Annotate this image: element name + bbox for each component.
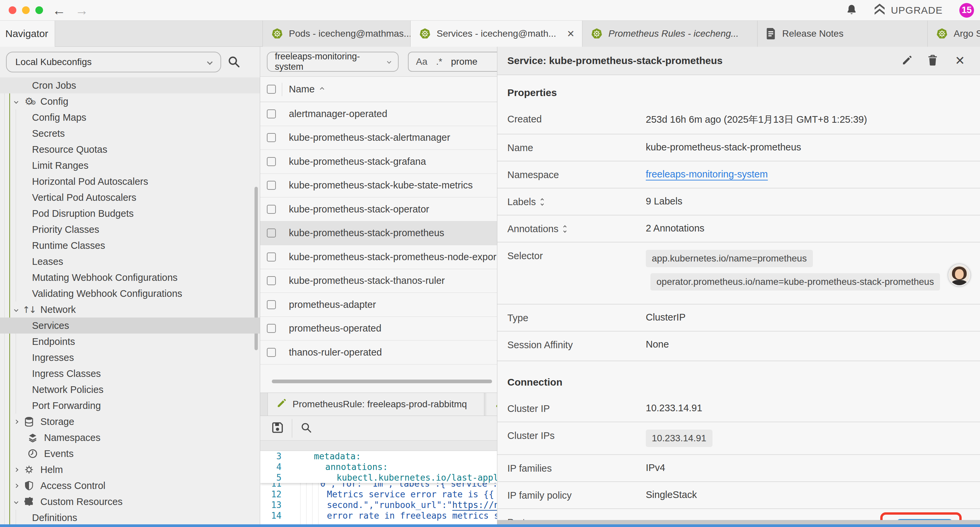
edit-button[interactable] — [902, 55, 912, 67]
sidebar-item-pod-disruption-budgets[interactable]: Pod Disruption Budgets — [0, 205, 260, 221]
table-row[interactable]: kube-prometheus-stack-operator — [260, 197, 497, 221]
delete-button[interactable] — [928, 55, 938, 67]
avatar[interactable] — [948, 264, 970, 286]
tab-release-notes[interactable]: Release Notes — [757, 21, 928, 47]
sidebar-item-ingresses[interactable]: Ingresses — [0, 350, 260, 366]
panel-horizontal-scrollbar[interactable] — [497, 520, 980, 524]
table-row[interactable]: kube-prometheus-stack-grafana — [260, 150, 497, 174]
sidebar-item-network[interactable]: ↑↓Network — [0, 301, 260, 318]
editor-tab-prometheusrule[interactable]: PrometheusRule: freeleaps-prod-rabbitmq — [267, 393, 484, 416]
expand-collapse-icon[interactable] — [541, 199, 543, 205]
detail-row-namespace: Namespacefreeleaps-monitoring-system — [497, 161, 980, 188]
sidebar-item-events[interactable]: Events — [0, 446, 260, 462]
tab-services-icecheng-math[interactable]: Services - icecheng@math...✕ — [410, 21, 582, 47]
row-checkbox[interactable] — [267, 110, 276, 118]
table-row[interactable]: kube-prometheus-stack-alertmanager — [260, 126, 497, 150]
yaml-editor[interactable]: 3metadata:4annotations:5kubectl.kubernet… — [260, 451, 497, 527]
sidebar-item-config[interactable]: ⚙⚙Config — [0, 93, 260, 110]
detail-value-link[interactable]: freeleaps-monitoring-system — [646, 169, 768, 180]
connection-section-heading: Connection — [497, 361, 980, 395]
sidebar-item-label: Vertical Pod Autoscalers — [32, 192, 137, 203]
row-checkbox[interactable] — [267, 133, 276, 142]
window-minimize-button[interactable] — [22, 6, 30, 14]
sidebar-item-cron-jobs[interactable]: Cron Jobs — [0, 77, 260, 93]
sidebar-item-config-maps[interactable]: Config Maps — [0, 110, 260, 126]
sidebar-item-helm[interactable]: Helm — [0, 462, 260, 478]
resource-search-input[interactable]: Aa .* prome — [408, 52, 497, 72]
row-checkbox[interactable] — [267, 181, 276, 190]
namespace-selector-value: freeleaps-monitoring-system — [275, 51, 388, 72]
namespace-selector[interactable]: freeleaps-monitoring-system — [267, 52, 399, 72]
detail-label-text: IP families — [508, 463, 552, 474]
editor-tab-partial[interactable] — [486, 393, 497, 416]
sidebar-item-endpoints[interactable]: Endpoints — [0, 334, 260, 350]
sidebar-item-runtime-classes[interactable]: Runtime Classes — [0, 237, 260, 253]
tab-prometheus-rules-icecheng[interactable]: Prometheus Rules - icecheng... — [582, 21, 757, 47]
sidebar-item-storage[interactable]: Storage — [0, 414, 260, 430]
notification-badge[interactable]: 15 — [959, 3, 974, 18]
row-checkbox[interactable] — [267, 253, 276, 261]
kubeconfig-selector[interactable]: Local Kubeconfigs — [6, 52, 221, 72]
editor-sticky-line: 3metadata: — [260, 451, 497, 462]
table-header: Name — [260, 77, 497, 102]
sidebar-item-custom-resources[interactable]: Custom Resources — [0, 494, 260, 509]
url-link[interactable]: https://net — [452, 500, 497, 511]
row-checkbox[interactable] — [267, 276, 276, 285]
back-button[interactable]: ← — [52, 4, 66, 17]
match-case-toggle[interactable]: Aa — [416, 56, 427, 67]
sidebar-item-services[interactable]: Services — [0, 318, 260, 334]
sort-ascending-icon[interactable] — [320, 87, 324, 91]
table-row[interactable]: thanos-ruler-operated — [260, 341, 497, 365]
detail-panel-title: Service: kube-prometheus-stack-prometheu… — [508, 55, 722, 66]
close-tab-icon[interactable]: ✕ — [562, 29, 574, 39]
regex-toggle[interactable]: .* — [436, 56, 442, 67]
sidebar-item-network-policies[interactable]: Network Policies — [0, 382, 260, 398]
row-checkbox[interactable] — [267, 228, 276, 237]
table-row[interactable]: prometheus-operated — [260, 317, 497, 341]
sidebar-item-access-control[interactable]: Access Control — [0, 478, 260, 494]
detail-row-labels: Labels9 Labels — [497, 188, 980, 215]
row-checkbox[interactable] — [267, 157, 276, 166]
window-close-button[interactable] — [9, 6, 16, 14]
sidebar-search-button[interactable] — [228, 56, 240, 69]
table-horizontal-scrollbar[interactable] — [272, 380, 492, 383]
sidebar-item-priority-classes[interactable]: Priority Classes — [0, 221, 260, 237]
sidebar-item-vertical-pod-autoscalers[interactable]: Vertical Pod Autoscalers — [0, 189, 260, 205]
tab-argo-se[interactable]: Argo Se — [928, 21, 980, 47]
table-row[interactable]: alertmanager-operated — [260, 102, 497, 126]
sidebar-item-definitions[interactable]: Definitions — [0, 509, 260, 525]
row-checkbox[interactable] — [267, 300, 276, 309]
sidebar-item-resource-quotas[interactable]: Resource Quotas — [0, 142, 260, 158]
table-row[interactable]: kube-prometheus-stack-thanos-ruler — [260, 269, 497, 293]
forward-button[interactable]: → — [75, 4, 88, 17]
row-checkbox[interactable] — [267, 348, 276, 357]
sidebar-item-label: Validating Webhook Configurations — [32, 288, 182, 299]
table-row[interactable]: kube-prometheus-stack-prometheus-node-ex… — [260, 245, 497, 269]
notifications-button[interactable] — [846, 4, 857, 16]
sidebar-item-ingress-classes[interactable]: Ingress Classes — [0, 366, 260, 382]
select-all-checkbox[interactable] — [267, 85, 276, 94]
detail-row-created: Created253d 16h 6m ago (2025年1月13日 GMT+8… — [497, 106, 980, 134]
upgrade-button[interactable]: UPGRADE — [872, 3, 945, 18]
save-button[interactable] — [272, 422, 283, 434]
name-column-header[interactable]: Name — [289, 84, 315, 95]
navigator-panel-tab[interactable]: Navigator — [0, 21, 55, 47]
sidebar-item-limit-ranges[interactable]: Limit Ranges — [0, 158, 260, 174]
sidebar-item-mutating-webhook-configurations[interactable]: Mutating Webhook Configurations — [0, 269, 260, 285]
row-checkbox[interactable] — [267, 324, 276, 333]
row-checkbox[interactable] — [267, 205, 276, 214]
sidebar-item-validating-webhook-configurations[interactable]: Validating Webhook Configurations — [0, 285, 260, 301]
expand-collapse-icon[interactable] — [564, 226, 566, 232]
sidebar-item-leases[interactable]: Leases — [0, 253, 260, 269]
sidebar-item-secrets[interactable]: Secrets — [0, 126, 260, 142]
table-row[interactable]: kube-prometheus-stack-kube-state-metrics — [260, 174, 497, 198]
table-row[interactable]: kube-prometheus-stack-prometheus — [260, 221, 497, 245]
editor-search-button[interactable] — [301, 422, 312, 434]
sidebar-item-port-forwarding[interactable]: Port Forwarding — [0, 398, 260, 414]
sidebar-item-horizontal-pod-autoscalers[interactable]: Horizontal Pod Autoscalers — [0, 174, 260, 189]
close-panel-button[interactable]: ✕ — [953, 54, 967, 67]
tab-pods-icecheng-mathmas[interactable]: Pods - icecheng@mathmas... — [263, 21, 410, 47]
window-zoom-button[interactable] — [35, 6, 43, 14]
table-row[interactable]: prometheus-adapter — [260, 293, 497, 317]
sidebar-item-namespaces[interactable]: Namespaces — [0, 430, 260, 446]
